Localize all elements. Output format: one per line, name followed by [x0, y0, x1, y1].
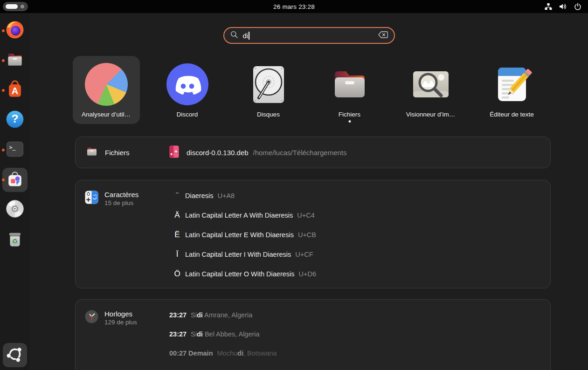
- files-folder-icon: [5, 49, 25, 72]
- character-codepoint: U+C4: [297, 212, 314, 219]
- clock-location: Sidi Bel Abbes, Algeria: [191, 330, 260, 338]
- character-codepoint: U+CB: [298, 231, 316, 239]
- clock-result-row[interactable]: 23:27 Sidi Amrane, Algeria: [169, 305, 550, 324]
- running-indicator-dot: [348, 120, 351, 123]
- dash-dock: A ? >_: [0, 13, 30, 370]
- help-question-icon: ?: [5, 109, 25, 131]
- app-label: Éditeur de texte: [490, 111, 534, 118]
- clock-result-row[interactable]: 23:27 Sidi Bel Abbes, Algeria: [169, 324, 550, 343]
- app-tile-files[interactable]: Fichiers: [316, 56, 383, 124]
- character-result-row[interactable]: Ö Latin Capital Letter O With Diaeresis …: [169, 264, 550, 284]
- text-editor-icon: [490, 62, 534, 107]
- ubuntu-software-bag-icon: A: [4, 79, 26, 102]
- dock-item-help[interactable]: ?: [0, 109, 30, 131]
- running-indicator-dot: [2, 29, 5, 32]
- character-codepoint: U+A8: [217, 192, 235, 199]
- app-center-bag-icon: [5, 169, 25, 191]
- search-icon: [230, 31, 238, 41]
- character-result-row[interactable]: Ë Latin Capital Letter E With Diaeresis …: [169, 225, 550, 245]
- character-glyph: Ï: [169, 250, 185, 259]
- app-tile-disks[interactable]: Disques: [235, 56, 302, 124]
- character-result-row[interactable]: Ä Latin Capital Letter A With Diaeresis …: [169, 206, 550, 225]
- search-section-files: Fichiers discord-0.0.130.deb /home/lucas: [75, 137, 551, 168]
- character-results-list: ¨ Diaeresis U+A8 Ä Latin Capital Letter …: [169, 180, 550, 288]
- dock-item-trash[interactable]: ♻: [0, 228, 30, 251]
- provider-name: Caractères: [104, 191, 138, 199]
- clear-search-backspace-icon[interactable]: [378, 31, 388, 40]
- hard-disk-icon: [246, 62, 291, 107]
- character-name: Diaeresis: [185, 192, 213, 199]
- dock-item-terminal[interactable]: >_: [0, 139, 30, 161]
- gnome-activities-overview: 26 mars 23:28: [0, 0, 588, 370]
- dock-item-show-apps[interactable]: [3, 343, 27, 367]
- running-indicator-dot: [2, 149, 5, 151]
- clock-location: Mochudi, Botswana: [217, 349, 277, 357]
- app-search-results-grid: Analyseur d’util… Discord: [30, 56, 588, 124]
- character-name: Latin Capital Letter E With Diaeresis: [185, 231, 294, 239]
- clocks-app-icon: [85, 310, 98, 370]
- app-tile-disk-usage-analyzer[interactable]: Analyseur d’util…: [73, 56, 140, 124]
- app-label: Visionneur d’im…: [406, 111, 456, 118]
- character-name: Latin Capital Letter A With Diaeresis: [185, 212, 293, 219]
- clock-time: 00:27 Demain: [169, 349, 213, 357]
- dock-item-app-center[interactable]: [0, 168, 30, 192]
- character-name: Latin Capital Letter O With Diaeresis: [185, 270, 295, 278]
- app-tile-discord[interactable]: Discord: [154, 56, 221, 124]
- clock-date-label[interactable]: 26 mars 23:28: [0, 3, 588, 10]
- dock-item-disc[interactable]: [0, 199, 30, 221]
- disk-usage-analyzer-pie-icon: [84, 62, 129, 107]
- character-result-row[interactable]: ¨ Diaeresis U+A8: [169, 186, 550, 206]
- folder-icon: [327, 62, 372, 107]
- dock-item-ubuntu-software[interactable]: A: [0, 79, 30, 102]
- app-label: Disques: [257, 111, 280, 118]
- discord-icon: [165, 62, 210, 107]
- text-caret: [249, 32, 249, 40]
- svg-text:♻: ♻: [12, 237, 18, 246]
- clock-time: 23:27: [169, 330, 187, 338]
- character-name: Latin Capital Letter I With Diaeresis: [185, 251, 291, 258]
- ubuntu-logo-icon: [7, 346, 23, 364]
- provider-more-count: 15 de plus: [104, 199, 138, 206]
- app-tile-text-editor[interactable]: Éditeur de texte: [478, 56, 546, 124]
- character-glyph: ¨: [169, 191, 185, 200]
- clock-time: 23:27: [169, 311, 187, 319]
- dock-item-firefox[interactable]: [0, 20, 30, 42]
- network-wired-icon[interactable]: [545, 3, 552, 10]
- provider-characters[interactable]: Ö Caractères 15 de plus: [76, 180, 169, 288]
- clock-location: Sidi Amrane, Algeria: [191, 311, 252, 319]
- app-tile-image-viewer[interactable]: Visionneur d’im…: [397, 56, 464, 124]
- character-codepoint: U+CF: [295, 251, 313, 258]
- power-icon[interactable]: [574, 3, 581, 10]
- svg-text:A: A: [12, 86, 19, 96]
- characters-app-icon: Ö: [85, 191, 98, 288]
- app-label: Fichiers: [339, 111, 360, 118]
- provider-clocks[interactable]: Horloges 129 de plus: [76, 300, 169, 370]
- file-name: discord-0.0.130.deb: [187, 149, 249, 157]
- running-indicator-dot: [2, 59, 5, 62]
- svg-text:>_: >_: [9, 144, 16, 151]
- character-glyph: Ë: [169, 230, 185, 240]
- provider-name: Fichiers: [105, 149, 130, 157]
- image-viewer-icon: [408, 62, 453, 107]
- search-section-characters: Ö Caractères 15 de plus ¨ Diaeresis U+A8: [75, 180, 551, 288]
- overview-main-area: di Analyseur d’util…: [30, 13, 588, 370]
- system-status-area[interactable]: [545, 3, 588, 10]
- provider-files[interactable]: Fichiers: [76, 137, 169, 168]
- character-glyph: Ä: [169, 211, 185, 220]
- file-result-row[interactable]: discord-0.0.130.deb /home/lucas/Téléchar…: [169, 145, 347, 160]
- app-label: Analyseur d’util…: [82, 111, 131, 118]
- clock-result-row[interactable]: 00:27 Demain Mochudi, Botswana: [169, 343, 550, 363]
- top-bar: 26 mars 23:28: [0, 0, 588, 13]
- search-section-clocks: Horloges 129 de plus 23:27 Sidi Amrane, …: [75, 299, 551, 370]
- files-provider-folder-icon: [85, 144, 99, 160]
- character-result-row[interactable]: Ï Latin Capital Letter I With Diaeresis …: [169, 245, 550, 264]
- dock-item-files[interactable]: [0, 49, 30, 72]
- search-input[interactable]: di: [223, 27, 395, 44]
- deb-package-icon: [169, 145, 179, 160]
- svg-text:Ö: Ö: [87, 192, 90, 197]
- running-indicator-dot: [2, 89, 5, 92]
- firefox-icon: [5, 20, 25, 42]
- optical-disc-icon: [5, 199, 25, 221]
- svg-text:?: ?: [11, 112, 18, 125]
- volume-icon[interactable]: [559, 3, 567, 10]
